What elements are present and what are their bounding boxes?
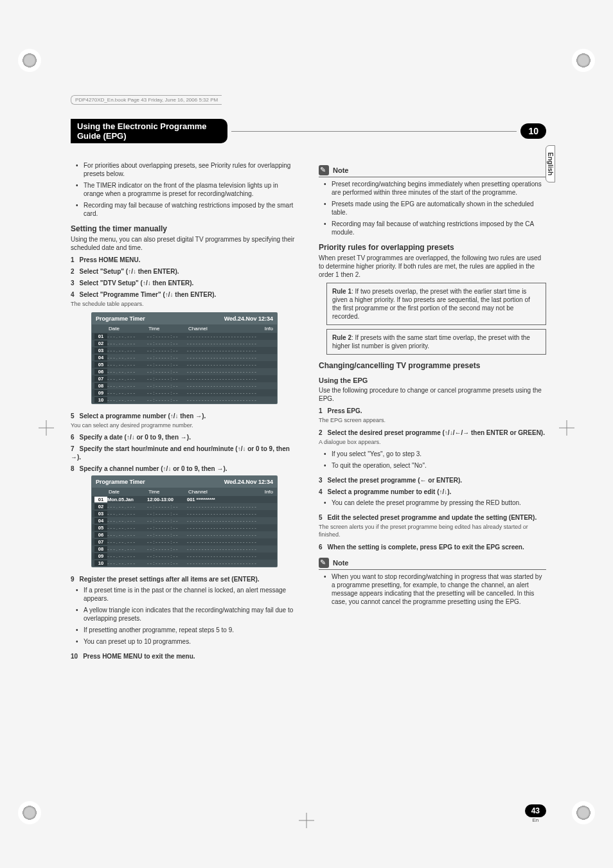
heading-using-epg: Using the EPG xyxy=(319,376,546,384)
table-row: 07- - - . - - . - - -- - : - - - - - : -… xyxy=(92,538,277,545)
bullet: If a preset time is in the past or the c… xyxy=(78,586,298,603)
table-row: 09- - - . - - . - - -- - : - - - - - : -… xyxy=(92,389,277,396)
programme-timer-table-1: Programme Timer Wed.24.Nov 12:34 Date Ti… xyxy=(91,312,278,404)
table-row: 09- - - . - - . - - -- - : - - - - - : -… xyxy=(92,553,277,560)
table-row: 03- - - . - - . - - -- - : - - - - - : -… xyxy=(92,347,277,354)
chapter-bar: Using the Electronic Programme Guide (EP… xyxy=(71,119,546,143)
r-step-5-sub: The screen alerts you if the preset prog… xyxy=(319,524,546,538)
bullet: Presets made using the EPG are automatic… xyxy=(326,200,546,217)
table-row: 10- - - . - - . - - -- - : - - - - - : -… xyxy=(92,560,277,567)
step-1: 1Press HOME MENU. xyxy=(71,256,298,264)
bullet: Preset recording/watching begins immedia… xyxy=(326,180,546,197)
note-2-bullets: When you want to stop recording/watching… xyxy=(319,572,546,606)
table-row: 08- - - . - - . - - -- - : - - - - - : -… xyxy=(92,545,277,553)
rule-1-box: Rule 1: If two presets overlap, the pres… xyxy=(326,283,546,325)
table-row: 01- - - . - - . - - -- - : - - - - - : -… xyxy=(92,333,277,340)
step-10: 10Press HOME MENU to exit the menu. xyxy=(71,652,298,660)
bullet: When you want to stop recording/watching… xyxy=(326,572,546,606)
rule-2-box: Rule 2: If presets with the same start t… xyxy=(326,329,546,355)
r-step-2: 2Select the desired preset programme (↑/… xyxy=(319,429,546,437)
bullet: For priorities about overlapping presets… xyxy=(78,161,298,178)
crosshair-left xyxy=(39,420,54,436)
table-row: 02- - - . - - . - - -- - : - - - - - : -… xyxy=(92,340,277,347)
step-2: 2Select "Setup" (↑/↓ then ENTER). xyxy=(71,267,298,276)
para: Using the menu, you can also preset digi… xyxy=(71,235,298,252)
page-content: PDP4270XD_En.book Page 43 Friday, June 1… xyxy=(71,95,546,662)
para: When preset TV programmes are overlapped… xyxy=(319,254,546,279)
page-number: 43 En xyxy=(525,804,546,823)
r-step-2-bullets: If you select "Yes", go to step 3. To qu… xyxy=(319,450,546,470)
table-row: 04- - - . - - . - - -- - : - - - - - : -… xyxy=(92,517,277,524)
r-step-4: 4Select a programme number to edit (↑/↓)… xyxy=(319,488,546,496)
step-3: 3Select "DTV Setup" (↑/↓ then ENTER). xyxy=(71,279,298,287)
print-mark-tr xyxy=(572,49,595,72)
bullet: Recording may fail because of watching r… xyxy=(78,201,298,218)
step-8: 8Specify a channel number (↑/↓ or 0 to 9… xyxy=(71,465,298,473)
step-7: 7Specify the start hour/minute and end h… xyxy=(71,445,298,461)
step-5-sub: You can select any desired programme num… xyxy=(71,422,298,430)
bullet: You can delete the preset programme by p… xyxy=(326,499,546,507)
step-4-sub: The schedule table appears. xyxy=(71,301,298,308)
r-step-6: 6When the setting is complete, press EPG… xyxy=(319,543,546,551)
bullet: If you select "Yes", go to step 3. xyxy=(326,450,546,458)
step-9: 9Register the preset settings after all … xyxy=(71,575,298,583)
chapter-title: Using the Electronic Programme Guide (EP… xyxy=(71,119,227,143)
note-header: Note xyxy=(319,165,546,177)
chapter-number: 10 xyxy=(520,123,546,139)
step-4: 4Select "Programme Timer" (↑/↓ then ENTE… xyxy=(71,290,298,299)
heading-setting-timer: Setting the timer manually xyxy=(71,224,298,233)
book-header: PDP4270XD_En.book Page 43 Friday, June 1… xyxy=(71,95,222,105)
table-header: Date Time Channel Info xyxy=(92,324,277,333)
print-mark-tl xyxy=(18,49,41,72)
table-row: 06- - - . - - . - - -- - : - - - - - : -… xyxy=(92,531,277,538)
table-row: 08- - - . - - . - - -- - : - - - - - : -… xyxy=(92,382,277,389)
table-row: 01Mon.05.Jan12:00-13:00001 ********** xyxy=(92,496,277,503)
table-row: 10- - - . - - . - - -- - : - - - - - : -… xyxy=(92,396,277,403)
note-icon xyxy=(319,165,329,175)
table-row: 05- - - . - - . - - -- - : - - - - - : -… xyxy=(92,524,277,531)
r-step-3: 3Select the preset programme (← or ENTER… xyxy=(319,476,546,484)
language-tab: English xyxy=(546,145,555,182)
bullet: Recording may fail because of watching r… xyxy=(326,220,546,236)
left-column: For priorities about overlapping presets… xyxy=(71,159,298,662)
note-label: Note xyxy=(333,559,348,567)
heading-changing: Changing/cancelling TV programme presets xyxy=(319,361,546,370)
print-mark-br xyxy=(572,801,595,824)
table-row: 03- - - . - - . - - -- - : - - - - - : -… xyxy=(92,510,277,517)
r-step-5: 5Edit the selected preset programme and … xyxy=(319,513,546,522)
heading-priority: Priority rules for overlapping presets xyxy=(319,243,546,252)
note-header-2: Note xyxy=(319,558,546,570)
r-step-1: 1Press EPG. xyxy=(319,407,546,415)
bullet: The TIMER indicator on the front of the … xyxy=(78,181,298,198)
page-number-value: 43 xyxy=(525,804,546,817)
para: Use the following procedure to change or… xyxy=(319,386,546,403)
note-icon xyxy=(319,558,329,568)
table-row: 05- - - . - - . - - -- - : - - - - - : -… xyxy=(92,361,277,368)
table-row: 02- - - . - - . - - -- - : - - - - - : -… xyxy=(92,503,277,510)
note-1-bullets: Preset recording/watching begins immedia… xyxy=(319,180,546,236)
right-column: Note Preset recording/watching begins im… xyxy=(319,159,546,662)
table-clock: Wed.24.Nov 12:34 xyxy=(224,315,273,322)
step-9-bullets: If a preset time is in the past or the c… xyxy=(71,586,298,646)
print-mark-bl xyxy=(18,801,41,824)
crosshair-right xyxy=(559,420,574,436)
chapter-line xyxy=(231,131,517,132)
bullet: You can preset up to 10 programmes. xyxy=(78,637,298,646)
r-step-2-sub: A dialogue box appears. xyxy=(319,439,546,447)
programme-timer-table-2: Programme Timer Wed.24.Nov 12:34 Date Ti… xyxy=(91,475,278,567)
table-row: 06- - - . - - . - - -- - : - - - - - : -… xyxy=(92,368,277,375)
intro-bullets: For priorities about overlapping presets… xyxy=(71,161,298,218)
note-label: Note xyxy=(333,166,348,174)
step-5: 5Select a programme number (↑/↓ then →). xyxy=(71,412,298,420)
bullet: To quit the operation, select "No". xyxy=(326,461,546,470)
crosshair-bottom xyxy=(299,813,314,828)
step-6: 6Specify a date (↑/↓ or 0 to 9, then →). xyxy=(71,433,298,441)
table-title: Programme Timer xyxy=(96,315,224,322)
table-row: 04- - - . - - . - - -- - : - - - - - : -… xyxy=(92,354,277,361)
r-step-4-bullet: You can delete the preset programme by p… xyxy=(319,499,546,507)
r-step-1-sub: The EPG screen appears. xyxy=(319,417,546,425)
bullet: If presetting another programme, repeat … xyxy=(78,626,298,634)
table-row: 07- - - . - - . - - -- - : - - - - - : -… xyxy=(92,375,277,382)
bullet: A yellow triangle icon indicates that th… xyxy=(78,606,298,623)
page-number-lang: En xyxy=(525,817,546,823)
